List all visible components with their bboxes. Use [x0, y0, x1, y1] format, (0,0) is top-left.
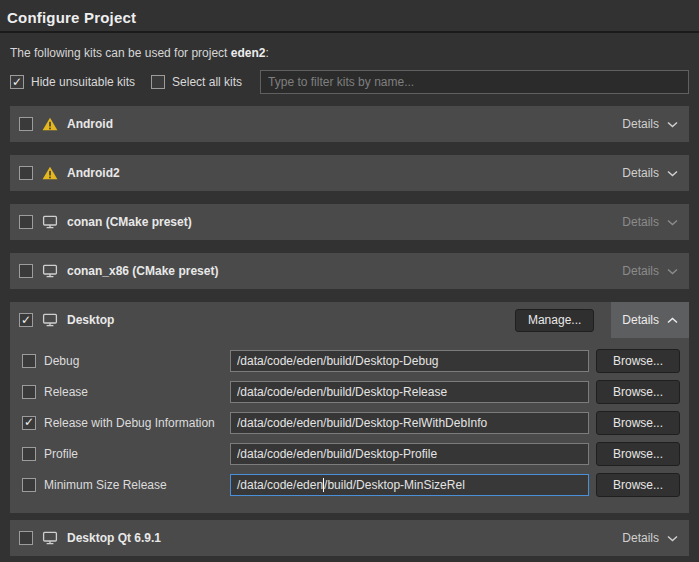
hide-unsuitable-kits-checkbox[interactable]: ✓ [10, 75, 24, 89]
config-relwithdebinfo-path-input[interactable] [230, 412, 589, 434]
kit-filter-input[interactable] [260, 70, 689, 94]
chevron-down-icon [667, 121, 678, 128]
kit-android-checkbox[interactable]: ✓ [19, 117, 33, 131]
kit-row-conan-header: ✓ conan (CMake preset) Details [10, 204, 689, 240]
select-all-kits-label: Select all kits [172, 75, 242, 89]
hide-unsuitable-kits-label: Hide unsuitable kits [31, 75, 135, 89]
hide-unsuitable-kits-field[interactable]: ✓ Hide unsuitable kits [10, 75, 135, 89]
kit-row-conan-x86-header: ✓ conan_x86 (CMake preset) Details [10, 253, 689, 289]
config-label: Profile [44, 447, 230, 461]
title-bar: Configure Project [0, 0, 699, 33]
desktop-monitor-icon [42, 313, 58, 327]
details-label: Details [622, 166, 659, 180]
config-row-release: ✓ Release Browse... [10, 376, 689, 407]
kit-row-android-header: ✓ Android Details [10, 106, 689, 142]
details-label: Details [622, 117, 659, 131]
kit-conan-details-button[interactable]: Details [611, 204, 689, 240]
config-minsizerel-checkbox[interactable]: ✓ [22, 478, 36, 492]
kit-name: Android2 [67, 166, 120, 180]
desktop-monitor-icon [42, 215, 58, 229]
page-title: Configure Project [7, 9, 689, 26]
kit-list: ✓ Android Details ✓ Android2 Details [10, 106, 689, 556]
config-release-path-input[interactable] [230, 381, 589, 403]
config-profile-browse-button[interactable]: Browse... [596, 442, 680, 466]
manage-kits-button[interactable]: Manage... [515, 309, 594, 332]
kit-row-desktop-qt-691: ✓ Desktop Qt 6.9.1 Details [10, 520, 689, 556]
config-debug-checkbox[interactable]: ✓ [22, 354, 36, 368]
path-text-before-caret: /data/code/eden [237, 478, 323, 492]
kit-row-conan-x86: ✓ conan_x86 (CMake preset) Details [10, 253, 689, 289]
chevron-down-icon [667, 170, 678, 177]
intro-text: The following kits can be used for proje… [10, 46, 689, 60]
kit-android2-details-button[interactable]: Details [611, 155, 689, 191]
config-relwithdebinfo-checkbox[interactable]: ✓ [22, 416, 36, 430]
config-profile-path-input[interactable] [230, 443, 589, 465]
config-release-browse-button[interactable]: Browse... [596, 380, 680, 404]
chevron-up-icon [667, 317, 678, 324]
desktop-build-configs: ✓ Debug Browse... ✓ Release Browse... ✓ … [10, 338, 689, 513]
warning-triangle-icon [42, 117, 58, 131]
desktop-monitor-icon [42, 264, 58, 278]
path-text-after-caret: /build/Desktop-MinSizeRel [324, 478, 465, 492]
checkmark-icon: ✓ [12, 76, 22, 88]
kit-row-desktop-qt-691-header: ✓ Desktop Qt 6.9.1 Details [10, 520, 689, 556]
details-label: Details [622, 215, 659, 229]
config-row-profile: ✓ Profile Browse... [10, 438, 689, 469]
kit-desktop-checkbox[interactable]: ✓ [19, 313, 33, 327]
chevron-down-icon [667, 535, 678, 542]
config-label: Minimum Size Release [44, 478, 230, 492]
kit-name: Desktop Qt 6.9.1 [67, 531, 161, 545]
config-row-debug: ✓ Debug Browse... [10, 345, 689, 376]
details-label: Details [622, 313, 659, 327]
kit-desktop-qt-691-details-button[interactable]: Details [611, 520, 689, 556]
kit-conan-x86-details-button[interactable]: Details [611, 253, 689, 289]
config-label: Release [44, 385, 230, 399]
kit-android2-checkbox[interactable]: ✓ [19, 166, 33, 180]
kit-conan-x86-checkbox[interactable]: ✓ [19, 264, 33, 278]
config-label: Release with Debug Information [44, 416, 230, 430]
kit-android-details-button[interactable]: Details [611, 106, 689, 142]
kit-row-android2-header: ✓ Android2 Details [10, 155, 689, 191]
details-label: Details [622, 264, 659, 278]
project-name: eden2 [231, 46, 266, 60]
select-all-kits-checkbox[interactable]: ✓ [151, 75, 165, 89]
config-row-relwithdebinfo: ✓ Release with Debug Information Browse.… [10, 407, 689, 438]
chevron-down-icon [667, 268, 678, 275]
kit-row-desktop: ✓ Desktop Manage... Details ✓ Debug Brow… [10, 302, 689, 513]
kit-row-android: ✓ Android Details [10, 106, 689, 142]
kit-row-android2: ✓ Android2 Details [10, 155, 689, 191]
kit-name: Android [67, 117, 113, 131]
kit-name: conan (CMake preset) [67, 215, 192, 229]
kit-conan-checkbox[interactable]: ✓ [19, 215, 33, 229]
kit-row-desktop-header: ✓ Desktop Manage... Details [10, 302, 689, 338]
config-profile-checkbox[interactable]: ✓ [22, 447, 36, 461]
checkmark-icon: ✓ [24, 416, 34, 428]
config-label: Debug [44, 354, 230, 368]
config-minsizerel-browse-button[interactable]: Browse... [596, 473, 680, 497]
config-relwithdebinfo-browse-button[interactable]: Browse... [596, 411, 680, 435]
warning-triangle-icon [42, 166, 58, 180]
kit-filter-controls: ✓ Hide unsuitable kits ✓ Select all kits [10, 70, 689, 94]
kit-desktop-qt-691-checkbox[interactable]: ✓ [19, 531, 33, 545]
kit-name: conan_x86 (CMake preset) [67, 264, 218, 278]
intro-text-before: The following kits can be used for proje… [10, 46, 231, 60]
kit-row-conan: ✓ conan (CMake preset) Details [10, 204, 689, 240]
chevron-down-icon [667, 219, 678, 226]
checkmark-icon: ✓ [21, 314, 31, 326]
kit-desktop-details-button[interactable]: Details [611, 302, 689, 338]
kit-name: Desktop [67, 313, 114, 327]
details-label: Details [622, 531, 659, 545]
config-release-checkbox[interactable]: ✓ [22, 385, 36, 399]
desktop-monitor-icon [42, 531, 58, 545]
config-debug-path-input[interactable] [230, 350, 589, 372]
select-all-kits-field[interactable]: ✓ Select all kits [151, 75, 242, 89]
config-minsizerel-path-input[interactable]: /data/code/eden/build/Desktop-MinSizeRel [230, 474, 589, 496]
intro-suffix: : [265, 46, 268, 60]
config-debug-browse-button[interactable]: Browse... [596, 349, 680, 373]
config-row-minsizerel: ✓ Minimum Size Release /data/code/eden/b… [10, 469, 689, 500]
